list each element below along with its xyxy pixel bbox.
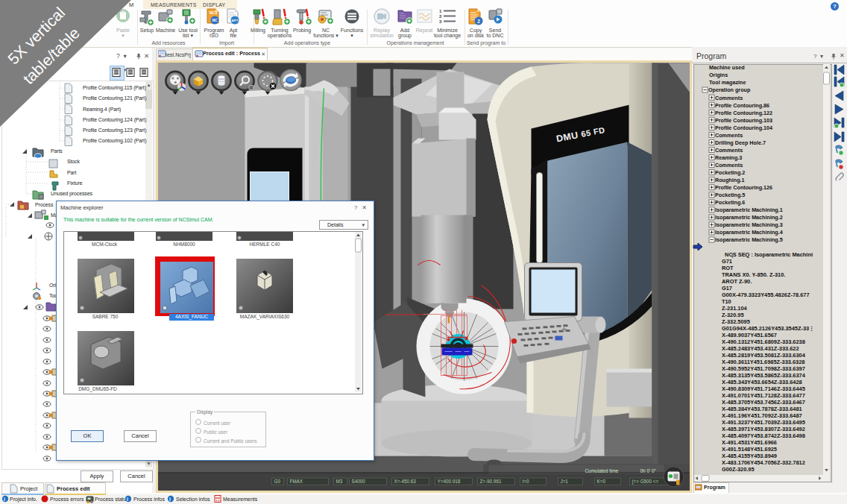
svg-text:Process status: Process status bbox=[95, 497, 129, 502]
svg-text:NC: NC bbox=[212, 18, 218, 22]
svg-text:1: 1 bbox=[439, 9, 442, 13]
svg-text:K=0: K=0 bbox=[596, 479, 605, 484]
svg-text:3: 3 bbox=[439, 19, 442, 24]
svg-text:i: i bbox=[127, 497, 128, 502]
svg-text:Z=-90.961: Z=-90.961 bbox=[479, 479, 501, 484]
svg-text:Process infos: Process infos bbox=[133, 497, 166, 502]
svg-text:J=1: J=1 bbox=[560, 479, 568, 484]
svg-text:Cumulated time: Cumulated time bbox=[585, 468, 618, 473]
svg-text:2: 2 bbox=[439, 14, 442, 19]
svg-text:Project info.: Project info. bbox=[10, 497, 37, 503]
svg-text:Process errors: Process errors bbox=[50, 497, 84, 502]
svg-text:G0: G0 bbox=[274, 479, 280, 484]
svg-text:I=0: I=0 bbox=[522, 479, 529, 484]
svg-text:Selection infos: Selection infos bbox=[176, 497, 210, 502]
svg-text:2: 2 bbox=[477, 19, 480, 24]
svg-text:;: ; bbox=[731, 252, 733, 259]
svg-text:i: i bbox=[4, 497, 5, 502]
svg-text:S4000: S4000 bbox=[351, 479, 365, 484]
svg-text:(=> G500 <=: (=> G500 <= bbox=[632, 479, 658, 485]
svg-text:i: i bbox=[169, 497, 171, 502]
svg-text:NCS: NCS bbox=[210, 10, 218, 15]
svg-text:FMAX: FMAX bbox=[289, 479, 303, 484]
svg-text:M3: M3 bbox=[336, 479, 342, 484]
svg-text:0h 0' 0": 0h 0' 0" bbox=[640, 468, 655, 473]
svg-text:X=-450.63: X=-450.63 bbox=[394, 479, 416, 484]
svg-text:Measurements: Measurements bbox=[223, 497, 258, 502]
svg-text:APT: APT bbox=[232, 19, 239, 22]
svg-text:Y=400.918: Y=400.918 bbox=[437, 479, 460, 484]
